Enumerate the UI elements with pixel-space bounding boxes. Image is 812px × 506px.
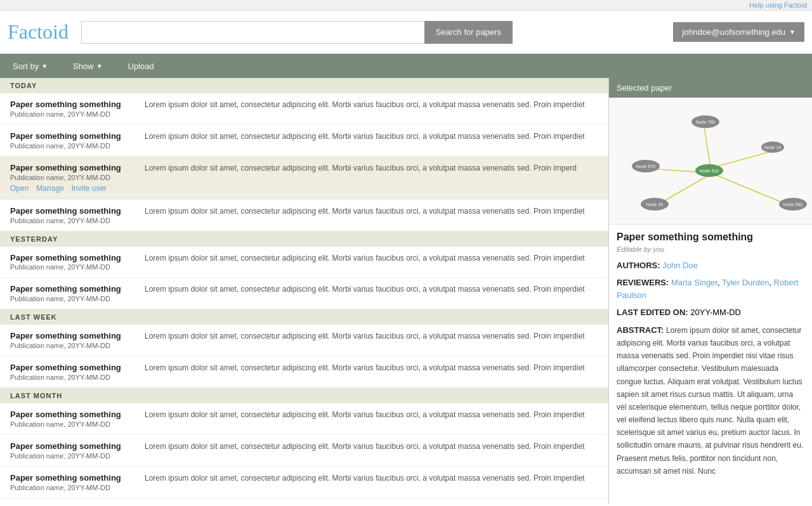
abstract-row: ABSTRACT: Lorem ipsum dolor sit amet, co…: [617, 324, 804, 477]
reviewer-2-link[interactable]: Tyler Durden: [722, 278, 769, 287]
toolbar: Sort by ▼ Show ▼ Upload: [0, 54, 812, 78]
paper-abstract: Lorem ipsum dolor sit amet, consectetur …: [145, 363, 598, 373]
svg-line-0: [704, 126, 710, 167]
paper-pub: Publication name, 20YY-MM-DD: [10, 295, 137, 302]
section-header-0: TODAY: [0, 78, 608, 93]
paper-pub: Publication name, 20YY-MM-DD: [10, 263, 137, 271]
paper-info: Paper something somethingPublication nam…: [10, 163, 137, 193]
paper-abstract: Lorem ipsum dolor sit amet, consectetur …: [145, 100, 598, 110]
paper-title: Paper something something: [10, 284, 137, 295]
paper-item[interactable]: Paper something somethingPublication nam…: [0, 467, 608, 498]
paper-title: Paper something something: [10, 441, 137, 452]
paper-pub: Publication name, 20YY-MM-DD: [10, 110, 137, 118]
abstract-text: Lorem ipsum dolor sit amet, consectetur …: [617, 326, 803, 476]
help-link[interactable]: Help using Factoid: [749, 1, 807, 9]
paper-item[interactable]: Paper something somethingPublication nam…: [0, 200, 608, 231]
paper-title: Paper something something: [10, 100, 137, 110]
paper-abstract: Lorem ipsum dolor sit amet, consectetur …: [145, 284, 598, 295]
paper-item[interactable]: Paper something somethingPublication nam…: [0, 325, 608, 356]
svg-line-3: [658, 175, 709, 204]
paper-info: Paper something somethingPublication nam…: [10, 100, 137, 118]
authors-link[interactable]: John Doe: [662, 261, 698, 270]
help-bar: Help using Factoid: [0, 0, 812, 11]
paper-title: Paper something something: [10, 163, 137, 174]
paper-pub: Publication name, 20YY-MM-DD: [10, 452, 137, 460]
detail-title: Paper something something: [617, 231, 804, 244]
paper-pub: Publication name, 20YY-MM-DD: [10, 174, 137, 181]
paper-item[interactable]: Paper something somethingPublication nam…: [0, 356, 608, 388]
paper-item[interactable]: Paper something somethingPublication nam…: [0, 157, 608, 200]
paper-action-invite-user[interactable]: Invite user: [72, 184, 107, 193]
paper-pub: Publication name, 20YY-MM-DD: [10, 142, 137, 150]
svg-text:Node 780: Node 780: [696, 120, 715, 124]
last-edited-value: 20YY-MM-DD: [690, 308, 741, 317]
paper-info: Paper something somethingPublication nam…: [10, 410, 137, 428]
logo: Factoid: [8, 20, 69, 44]
paper-list: TODAYPaper something somethingPublicatio…: [0, 78, 609, 504]
paper-item[interactable]: Paper something somethingPublication nam…: [0, 403, 608, 435]
svg-line-4: [716, 175, 790, 205]
paper-abstract: Lorem ipsum dolor sit amet, consectetur …: [145, 253, 598, 264]
user-menu-button[interactable]: johndoe@uofsomething.edu ▼: [673, 22, 804, 42]
main-content: TODAYPaper something somethingPublicatio…: [0, 78, 812, 504]
svg-text:Node 19: Node 19: [764, 145, 782, 150]
right-panel: Selected paper Node 780 Node 870: [609, 78, 812, 504]
reviewers-row: REVIEWERS: Marla Singer, Tyler Durden, R…: [617, 276, 804, 301]
paper-item[interactable]: Paper something somethingPublication nam…: [0, 435, 608, 467]
paper-abstract: Lorem ipsum dolor sit amet, consectetur …: [145, 410, 598, 420]
right-panel-header: Selected paper: [609, 78, 812, 98]
svg-text:Node 510: Node 510: [700, 169, 719, 173]
paper-info: Paper something somethingPublication nam…: [10, 331, 137, 349]
reviewers-label: REVIEWERS:: [617, 278, 669, 287]
paper-abstract: Lorem ipsum dolor sit amet, consectetur …: [145, 163, 598, 174]
paper-actions: OpenManageInvite user: [10, 184, 137, 193]
paper-item[interactable]: Paper something somethingPublication nam…: [0, 125, 608, 157]
paper-title: Paper something something: [10, 206, 137, 217]
graph-container: Node 780 Node 870 Node 510 Node 19 Node …: [609, 98, 812, 224]
paper-title: Paper something something: [10, 331, 137, 342]
paper-pub: Publication name, 20YY-MM-DD: [10, 484, 137, 491]
paper-abstract: Lorem ipsum dolor sit amet, consectetur …: [145, 206, 598, 217]
paper-info: Paper something somethingPublication nam…: [10, 131, 137, 150]
abstract-label: ABSTRACT:: [617, 325, 664, 335]
svg-text:Node 870: Node 870: [636, 164, 655, 169]
svg-line-2: [714, 152, 771, 167]
user-menu-arrow-icon: ▼: [789, 29, 796, 36]
paper-pub: Publication name, 20YY-MM-DD: [10, 342, 137, 349]
upload-label: Upload: [128, 62, 154, 71]
paper-title: Paper something something: [10, 253, 137, 264]
paper-action-manage[interactable]: Manage: [36, 184, 63, 193]
sort-by-arrow-icon: ▼: [41, 63, 48, 70]
paper-abstract: Lorem ipsum dolor sit amet, consectetur …: [145, 131, 598, 142]
paper-abstract: Lorem ipsum dolor sit amet, consectetur …: [145, 441, 598, 452]
show-button[interactable]: Show ▼: [60, 54, 115, 78]
sort-by-label: Sort by: [13, 62, 39, 71]
user-email-label: johndoe@uofsomething.edu: [682, 27, 785, 37]
authors-label: AUTHORS:: [617, 261, 660, 270]
graph-svg: Node 780 Node 870 Node 510 Node 19 Node …: [609, 98, 812, 224]
authors-row: AUTHORS: John Doe: [617, 259, 804, 272]
paper-details: Paper something something Editable by yo…: [609, 224, 812, 489]
search-input[interactable]: [81, 21, 424, 44]
paper-info: Paper something somethingPublication nam…: [10, 253, 137, 271]
header: Factoid Search for papers johndoe@uofsom…: [0, 11, 812, 54]
detail-editable: Editable by you: [617, 245, 804, 253]
paper-item[interactable]: Paper something somethingPublication nam…: [0, 247, 608, 278]
paper-title: Paper something something: [10, 410, 137, 420]
reviewer-1-link[interactable]: Marla Singer: [671, 278, 717, 287]
paper-pub: Publication name, 20YY-MM-DD: [10, 373, 137, 381]
svg-line-1: [650, 169, 703, 172]
sort-by-button[interactable]: Sort by ▼: [0, 54, 60, 78]
paper-item[interactable]: Paper something somethingPublication nam…: [0, 93, 608, 125]
svg-text:Node 34: Node 34: [646, 202, 664, 207]
upload-button[interactable]: Upload: [115, 54, 167, 78]
show-label: Show: [73, 62, 94, 71]
search-button[interactable]: Search for papers: [424, 21, 513, 44]
paper-action-open[interactable]: Open: [10, 184, 29, 193]
paper-abstract: Lorem ipsum dolor sit amet, consectetur …: [145, 331, 598, 342]
paper-item[interactable]: Paper something somethingPublication nam…: [0, 278, 608, 309]
paper-pub: Publication name, 20YY-MM-DD: [10, 420, 137, 428]
paper-title: Paper something something: [10, 473, 137, 484]
paper-info: Paper something somethingPublication nam…: [10, 363, 137, 381]
paper-info: Paper something somethingPublication nam…: [10, 473, 137, 491]
